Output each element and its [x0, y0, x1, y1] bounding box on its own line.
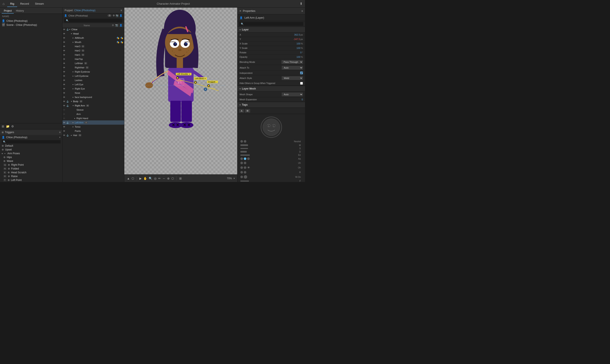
layer-left-eyebrow[interactable]: 👁 ▸ Left Eyebrow [63, 74, 124, 78]
prop-xscale-value[interactable]: 100 [288, 42, 300, 45]
trigger-left-point[interactable]: T ⚙ Left Point [0, 178, 62, 182]
tags-a-button[interactable]: A [239, 109, 244, 113]
layer-arrow-face-bg[interactable]: ▸ [73, 96, 75, 98]
ct-arrows-icon[interactable]: ↔ [163, 177, 165, 180]
prop-attach-to-select[interactable]: Auto None [282, 66, 303, 70]
left-tab-history[interactable]: History [14, 9, 26, 13]
layer-hair3[interactable]: 👁 Hair3 1 [63, 44, 124, 49]
ct-zoom-icon[interactable]: 🔍 [149, 177, 152, 180]
ct-grid2-icon[interactable]: ⊞ [179, 177, 182, 180]
prop-hide-others-checkbox[interactable] [300, 82, 303, 85]
layer-section-header[interactable]: ▾ Layer [237, 27, 305, 33]
layer-face-background[interactable]: 👁 ▸ face background [63, 95, 124, 99]
trigger-hips[interactable]: ⚙ Hips [0, 155, 62, 159]
prop-rotate-value[interactable]: 0 [289, 51, 302, 54]
prop-attach-style-select[interactable]: Weld Pin [282, 76, 303, 80]
layer-lefthair[interactable]: 👁 LeftHair 1 [63, 61, 124, 65]
layer-head[interactable]: 👁 ▾ Head [63, 32, 124, 36]
ct-hand-icon[interactable]: ✋ [143, 177, 147, 180]
puppet-person2-icon[interactable]: 👤 [120, 14, 122, 17]
new-item-icon[interactable]: ⊞ [2, 125, 4, 128]
layer-vis-right-arm[interactable]: 👁 [63, 104, 66, 107]
layer-arrow-body[interactable]: ▾ [71, 100, 73, 103]
ct-grid-icon[interactable]: ⬡ [171, 177, 174, 180]
layer-arrow-mouth[interactable]: ▸ [73, 41, 75, 43]
layer-vis-chloe[interactable]: 👁 [63, 28, 66, 31]
layer-vis-right-eye[interactable]: 👁 [63, 88, 66, 90]
puppet-settings-icon[interactable]: ⚙ [113, 14, 115, 17]
prop-mesh-expansion-value[interactable]: 0 [290, 98, 303, 101]
viseme-mouth-s[interactable] [240, 148, 248, 149]
layer-left-eye[interactable]: 👁 ▸ Left Eye [63, 82, 124, 87]
layer-left-arm[interactable]: 👁 ⚓ ▸ Left Arm 4 [63, 120, 124, 125]
layer-hair-bottom[interactable]: 👁 ⚓ ▸ Hair 1 [63, 133, 124, 137]
layer-right-arm[interactable]: 👁 ⚓ ▾ Right Arm 4 [63, 104, 124, 108]
zoom-dropdown-icon[interactable]: ▾ [234, 177, 235, 180]
top-tab-rig[interactable]: Rig [7, 1, 17, 6]
layer-vis-nose[interactable]: 👁 [63, 92, 66, 94]
layer-right-eyebrow[interactable]: 👁 ▸ Right Eyebrow [63, 70, 124, 74]
layer-arrow-torso[interactable]: ▸ [73, 126, 75, 128]
ct-target-icon[interactable]: ⊕ [167, 177, 170, 180]
puppet-panel-menu[interactable]: ≡ [121, 9, 122, 12]
layer-lashes[interactable]: 👁 Lashes [63, 78, 124, 82]
tags-section-header[interactable]: ▾ Tags [237, 102, 305, 108]
ct-warning-icon[interactable]: ▲ [127, 177, 130, 180]
prop-x-value[interactable]: 362.5 [287, 33, 300, 36]
home-icon[interactable]: ⌂ [2, 2, 5, 6]
layer-anchor-hair-bottom[interactable]: ⚓ [66, 134, 69, 136]
layer-torso[interactable]: 👁 ▸ Torso [63, 125, 124, 129]
prop-mesh-shape-select[interactable]: Auto Rectangle [282, 92, 303, 96]
layer-anchor-right-arm[interactable]: ⚓ [66, 104, 69, 107]
layer-mesh-section-header[interactable]: ▾ Layer Mesh [237, 86, 305, 92]
layer-altmouth[interactable]: 👁 ▸ AltMouth 🎭 🎭 [63, 36, 124, 40]
trigger-upset[interactable]: ⚙ Upset [0, 148, 62, 152]
viseme-mouth-d[interactable] [240, 151, 247, 153]
layer-righthair[interactable]: 👁 RightHair 1 [63, 65, 124, 70]
trigger-search-input[interactable] [2, 140, 61, 143]
prop-yscale-value[interactable]: 100 [288, 47, 300, 49]
trigger-raise[interactable]: R ⚙ Raise [0, 174, 62, 178]
upload-icon[interactable]: ⬆ [300, 2, 302, 6]
layer-arrow-right-eyebrow[interactable]: ▸ [73, 71, 75, 73]
viseme-dot-neutral[interactable] [240, 140, 243, 143]
layer-arrow-left-arm[interactable]: ▸ [73, 121, 75, 124]
layer-vis-right-eyebrow[interactable]: 👁 [63, 71, 66, 73]
ct-circle-icon[interactable]: ◎ [154, 177, 157, 180]
viseme-dot-aa-active[interactable] [244, 157, 246, 160]
trigger-right-point[interactable]: Q ⚙ Right Point [0, 163, 62, 167]
ct-hex-icon[interactable]: ⬡ [132, 177, 134, 180]
layer-arrow-head[interactable]: ▾ [71, 33, 73, 35]
layer-pants[interactable]: 👁 Pants [63, 129, 124, 133]
props-search-input[interactable] [239, 22, 303, 26]
layer-vis-altmouth[interactable]: 👁 [63, 37, 66, 39]
layer-vis-head[interactable]: 👁 [63, 33, 66, 35]
ct-pen-icon[interactable]: ✏ [158, 177, 161, 180]
layer-vis-hair2[interactable]: 👁 [63, 50, 66, 52]
layer-anchor-body[interactable]: ⚓ [66, 100, 69, 103]
layer-vis-hair3[interactable]: 👁 [63, 45, 66, 48]
layer-vis-left-arm[interactable]: 👁 [63, 121, 66, 124]
layer-vis-hairtop[interactable]: 👁 [63, 58, 66, 60]
layer-anchor-chloe[interactable]: ⚓ [66, 28, 69, 31]
trigger-folded[interactable]: N ⚙ Folded [0, 167, 62, 170]
layer-arm[interactable]: 👁 Arm [63, 112, 124, 116]
layer-anchor-left-arm[interactable]: ⚓ [66, 121, 69, 124]
canvas-area[interactable]: Ch [124, 8, 237, 174]
layer-sleeve[interactable]: 👁 Sleeve [63, 108, 124, 112]
prop-opacity-value[interactable]: 100 [288, 56, 300, 58]
layer-hairtop[interactable]: 👁 HairTop [63, 57, 124, 61]
layer-vis-righthair[interactable]: 👁 [63, 66, 66, 69]
trigger-group-arm-poses[interactable]: ▾ ↔ Arm Poses [0, 152, 62, 155]
left-tab-project[interactable]: Project [2, 9, 14, 13]
add-trigger-button[interactable]: + [59, 136, 61, 139]
layer-vis-lefthair[interactable]: 👁 [63, 62, 66, 65]
tags-grid-button[interactable]: ⊞ [245, 109, 250, 113]
layer-vis-left-eyebrow[interactable]: 👁 [63, 75, 66, 77]
layer-right-eye[interactable]: 👁 ▸ Right Eye [63, 87, 124, 91]
layer-hair2[interactable]: 👁 Hair2 1 [63, 49, 124, 53]
prop-y-value[interactable]: -347.5 [287, 38, 300, 40]
puppet-search-input[interactable] [64, 19, 122, 22]
viseme-mouth-m[interactable] [240, 144, 248, 146]
layer-arrow-right-eye[interactable]: ▸ [73, 88, 75, 90]
